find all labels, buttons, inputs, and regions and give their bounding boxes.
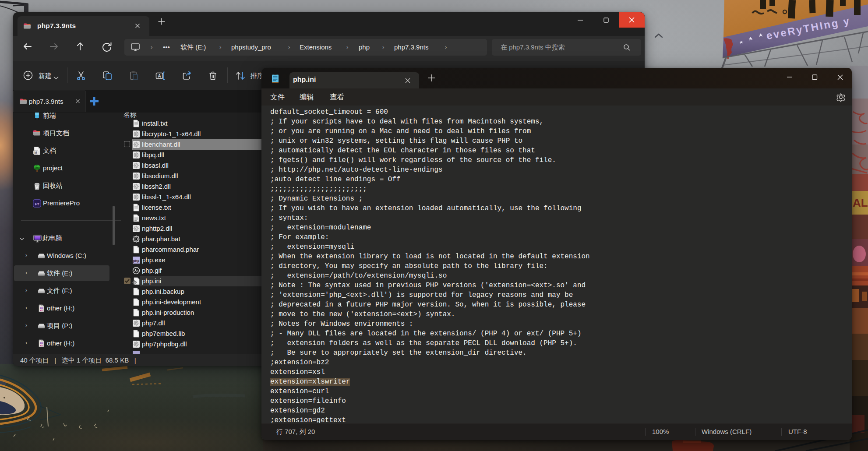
svg-text:A: A [158,74,161,78]
svg-text:php: php [133,259,140,263]
svg-text:AL: AL [853,196,868,209]
